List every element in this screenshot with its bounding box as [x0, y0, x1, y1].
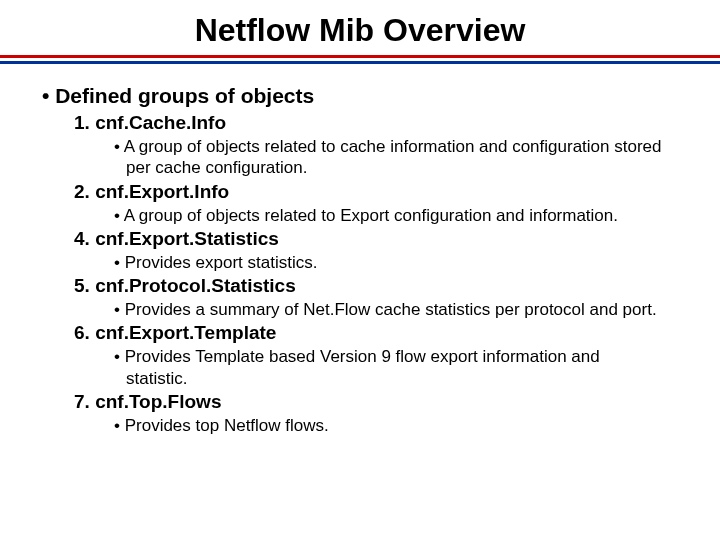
group-name: cnf.Export.Template [95, 322, 276, 343]
slide-body: Defined groups of objects 1. cnf.Cache.I… [0, 64, 720, 436]
group-name: cnf.Cache.Info [95, 112, 226, 133]
group-number: 2. [74, 181, 90, 202]
group-name: cnf.Top.Flows [95, 391, 221, 412]
slide-title: Netflow Mib Overview [0, 12, 720, 49]
divider-red [0, 55, 720, 58]
group-number: 5. [74, 275, 90, 296]
group-item: 4. cnf.Export.Statistics [74, 228, 692, 250]
group-number: 1. [74, 112, 90, 133]
group-desc: A group of objects related to cache info… [114, 136, 664, 179]
group-desc: Provides Template based Version 9 flow e… [114, 346, 664, 389]
group-desc: Provides a summary of Net.Flow cache sta… [114, 299, 664, 320]
group-item: 5. cnf.Protocol.Statistics [74, 275, 692, 297]
slide: Netflow Mib Overview Defined groups of o… [0, 0, 720, 540]
heading-defined-groups: Defined groups of objects [28, 84, 692, 108]
group-item: 7. cnf.Top.Flows [74, 391, 692, 413]
group-number: 6. [74, 322, 90, 343]
group-name: cnf.Export.Statistics [95, 228, 279, 249]
group-item: 1. cnf.Cache.Info [74, 112, 692, 134]
group-item: 2. cnf.Export.Info [74, 181, 692, 203]
group-desc: A group of objects related to Export con… [114, 205, 664, 226]
group-item: 6. cnf.Export.Template [74, 322, 692, 344]
group-name: cnf.Protocol.Statistics [95, 275, 296, 296]
group-desc: Provides export statistics. [114, 252, 664, 273]
group-number: 7. [74, 391, 90, 412]
group-number: 4. [74, 228, 90, 249]
group-desc: Provides top Netflow flows. [114, 415, 664, 436]
group-name: cnf.Export.Info [95, 181, 229, 202]
